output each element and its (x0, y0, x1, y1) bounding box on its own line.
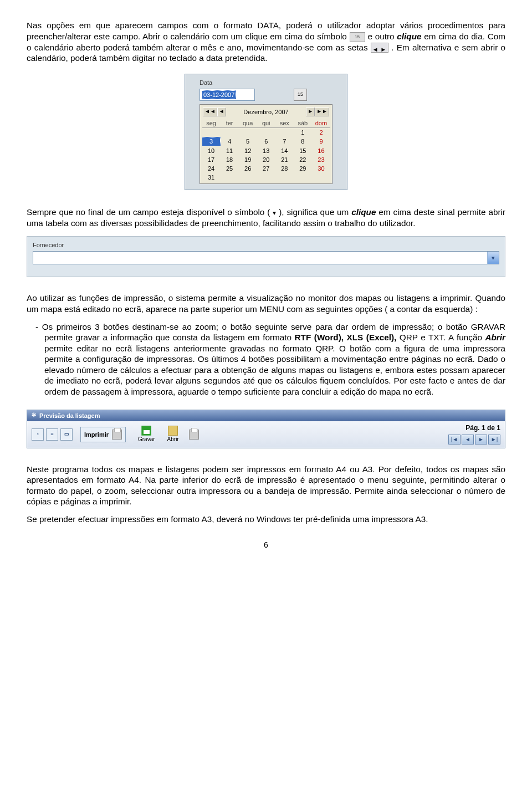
cal-cell[interactable]: 19 (239, 155, 257, 164)
last-page-button[interactable]: ►| (488, 435, 500, 445)
cal-cell[interactable]: 13 (257, 146, 275, 155)
cal-row: 10 11 12 13 14 15 16 (202, 146, 331, 155)
dow-qua: qua (239, 119, 257, 128)
p1-clique: clique (397, 32, 421, 41)
cal-cell[interactable]: 29 (294, 164, 312, 173)
paragraph-1: Nas opções em que aparecem campos com o … (27, 20, 505, 64)
prev-page-button[interactable]: ◄ (462, 435, 474, 445)
prev-year-button[interactable]: ◄◄ (203, 108, 217, 116)
calendar-popup: ◄◄ ◄ Dezembro, 2007 ► ►► seg ter qua qui… (200, 104, 332, 184)
cal-cell[interactable]: 5 (239, 137, 257, 146)
pager-label: Pág. 1 de 1 (466, 424, 500, 432)
cal-cell[interactable]: 15 (294, 146, 312, 155)
next-year-button[interactable]: ►► (315, 108, 329, 116)
save-icon[interactable] (141, 426, 151, 436)
cal-cell-selected[interactable]: 3 (202, 137, 221, 146)
cal-cell[interactable]: 12 (239, 146, 257, 155)
cal-cell[interactable]: 21 (275, 155, 294, 164)
save-label: Gravar (138, 436, 155, 443)
page-number: 6 (27, 540, 505, 550)
dow-ter: ter (221, 119, 239, 128)
cal-cell[interactable] (239, 128, 257, 137)
cal-cell[interactable]: 26 (239, 164, 257, 173)
dow-row: seg ter qua qui sex sáb dom (202, 119, 331, 128)
zoom-100-button[interactable]: ▭ (60, 428, 73, 441)
cal-cell[interactable] (221, 128, 239, 137)
b-text-3: permite editar no ecrã listagens anterio… (44, 344, 505, 396)
print-button[interactable]: Imprimir (80, 427, 126, 442)
zoom-page-width-button[interactable]: ≡ (46, 428, 58, 441)
cal-cell[interactable]: 24 (202, 164, 221, 173)
open-calendar-button[interactable]: 15 (294, 89, 307, 101)
calendar-15-icon: 15 (298, 91, 303, 98)
p2-text-2: ), significa que um (279, 207, 351, 217)
calendar-title: Dezembro, 2007 (226, 108, 306, 116)
zoom-whole-page-button[interactable]: ▫ (32, 428, 44, 441)
cal-cell[interactable]: 1 (294, 128, 312, 137)
bullet-list: Os primeiros 3 botões destinam-se ao zoo… (27, 321, 505, 397)
paragraph-2: Sempre que no final de um campo esteja d… (27, 207, 505, 228)
cal-cell[interactable]: 28 (275, 164, 294, 173)
calendar-label: Data (200, 79, 341, 86)
cal-cell[interactable] (239, 173, 257, 182)
cal-cell[interactable] (312, 173, 330, 182)
cal-cell[interactable]: 11 (221, 146, 239, 155)
dow-qui: qui (257, 119, 275, 128)
p1-text-2: e outro (367, 32, 397, 41)
date-input[interactable]: 03-12-2007 (200, 89, 255, 101)
month-arrows-icon: ◄► (371, 43, 388, 53)
paragraph-4b: Se pretender efectuar impressões em form… (27, 514, 505, 525)
dow-sex: sex (275, 119, 294, 128)
prev-month-button[interactable]: ◄ (217, 108, 226, 116)
fornecedor-dropdown-button[interactable]: ▾ (487, 252, 499, 264)
p2-text-1: Sempre que no final de um campo esteja d… (27, 207, 270, 217)
preview-toolbar: ✲ Previsão da listagem ▫ ≡ ▭ Imprimir Gr… (27, 410, 505, 448)
calendar-grid: seg ter qua qui sex sáb dom 1 2 3 4 5 (202, 119, 330, 182)
cal-cell[interactable]: 30 (312, 164, 330, 173)
fornecedor-label: Fornecedor (33, 241, 499, 249)
paragraph-4a: Neste programa todos os mapas e listagen… (27, 464, 505, 507)
next-month-button[interactable]: ► (306, 108, 315, 116)
next-page-button[interactable]: ► (475, 435, 487, 445)
open-icon[interactable] (168, 426, 178, 436)
open-label: Abrir (167, 436, 179, 443)
cal-cell[interactable]: 8 (294, 137, 312, 146)
cal-cell[interactable]: 17 (202, 155, 221, 164)
cal-cell[interactable] (257, 128, 275, 137)
cal-cell[interactable]: 16 (312, 146, 330, 155)
fornecedor-widget: Fornecedor ▾ (27, 236, 505, 277)
cal-cell[interactable] (202, 128, 221, 137)
cal-cell[interactable] (221, 173, 239, 182)
cal-cell[interactable]: 20 (257, 155, 275, 164)
cal-cell[interactable] (275, 128, 294, 137)
cal-cell[interactable]: 22 (294, 155, 312, 164)
cal-cell[interactable]: 4 (221, 137, 239, 146)
first-page-button[interactable]: |◄ (448, 435, 461, 445)
cal-cell[interactable]: 2 (312, 128, 330, 137)
gear-icon: ✲ (32, 412, 36, 419)
printer-config-icon[interactable] (189, 430, 199, 440)
calendar-widget: Data 03-12-2007 15 ◄◄ ◄ Dezembro, 2007 ►… (185, 74, 347, 190)
cal-cell[interactable]: 25 (221, 164, 239, 173)
cal-cell[interactable]: 27 (257, 164, 275, 173)
cal-cell[interactable]: 9 (312, 137, 330, 146)
cal-row: 3 4 5 6 7 8 9 (202, 137, 331, 146)
date-value: 03-12-2007 (202, 90, 236, 99)
cal-cell[interactable]: 18 (221, 155, 239, 164)
preview-titlebar: ✲ Previsão da listagem (27, 410, 505, 421)
dropdown-arrow-icon: ▾ (273, 209, 276, 217)
printer-icon (112, 430, 122, 440)
cal-cell[interactable]: 23 (312, 155, 330, 164)
cal-cell[interactable]: 10 (202, 146, 221, 155)
cal-cell[interactable] (275, 173, 294, 182)
fornecedor-input[interactable]: ▾ (33, 251, 499, 264)
bullet-item: Os primeiros 3 botões destinam-se ao zoo… (27, 321, 505, 397)
cal-cell[interactable]: 14 (275, 146, 294, 155)
cal-row: 31 (202, 173, 331, 182)
cal-cell[interactable] (257, 173, 275, 182)
b-text-2: QRP e TXT. A função (400, 333, 485, 342)
cal-cell[interactable]: 7 (275, 137, 294, 146)
cal-cell[interactable]: 6 (257, 137, 275, 146)
cal-cell[interactable] (294, 173, 312, 182)
cal-cell[interactable]: 31 (202, 173, 221, 182)
